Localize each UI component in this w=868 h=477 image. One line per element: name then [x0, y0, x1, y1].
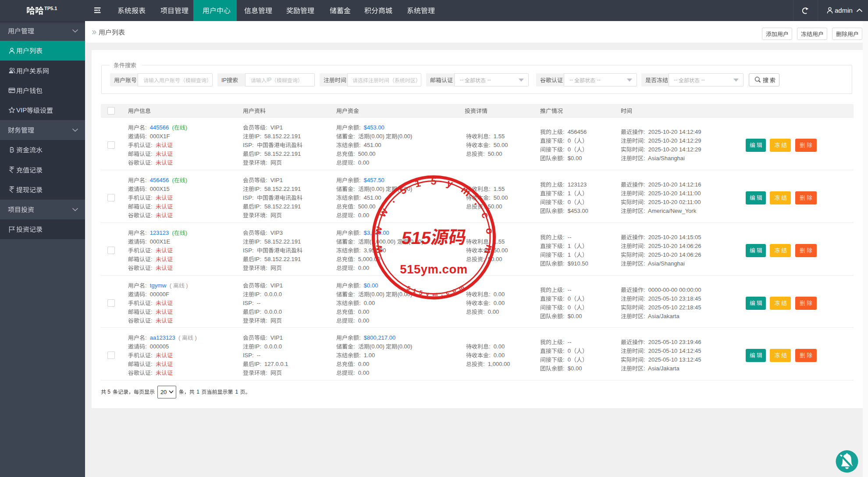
svg-text:www.515ym.com: www.515ym.com [371, 175, 496, 265]
svg-text:515ym.com: 515ym.com [400, 262, 467, 276]
svg-text:515: 515 [400, 228, 433, 248]
